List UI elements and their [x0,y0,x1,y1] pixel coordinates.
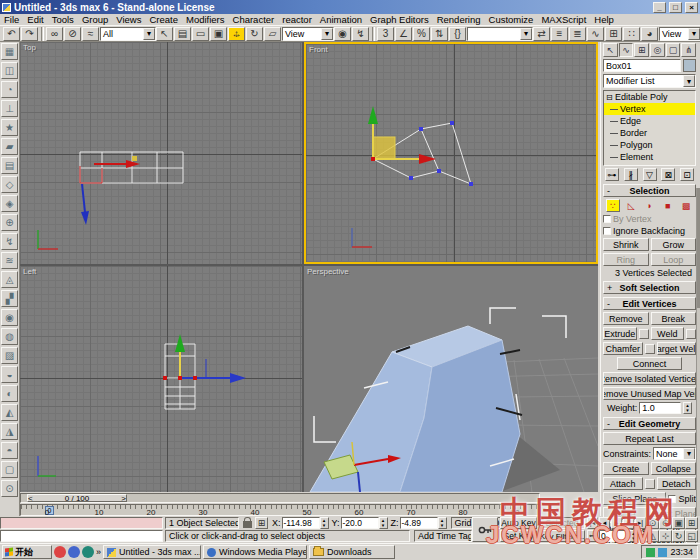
z-coordinate-field[interactable]: -4.89 [400,517,438,529]
tab-panel-tool-icon[interactable]: ◭ [1,404,18,421]
stack-item-edge[interactable]: Edge [604,115,695,127]
rollout-edit-vertices[interactable]: -Edit Vertices [603,297,696,310]
make-unique-icon[interactable]: ▽ [643,168,657,181]
set-key-button[interactable]: Set Key [500,530,537,542]
use-pivot-center-icon[interactable]: ◉ [334,27,351,41]
close-button[interactable]: × [685,2,698,13]
show-end-result-icon[interactable]: ∦ [624,168,638,181]
tray-icon[interactable] [646,548,655,557]
grow-button[interactable]: Grow [651,238,697,251]
go-to-end-icon[interactable]: ▸| [635,517,646,529]
tab-panel-tool-icon[interactable]: ⊙ [1,480,18,497]
modify-tab-icon[interactable]: ∿ [619,43,634,57]
key-mode-toggle-icon[interactable]: ⊶ [587,530,598,542]
chevron-down-icon[interactable]: ▾ [321,28,333,40]
tab-panel-tool-icon[interactable]: ◐ [1,385,18,402]
border-subobject-icon[interactable]: ◗ [643,199,657,212]
time-slider-handle[interactable]: < 0 / 100 > [27,494,127,502]
extrude-settings-button[interactable] [639,329,649,339]
tray-icon[interactable] [658,548,667,557]
tab-panel-tool-icon[interactable]: ▰ [1,138,18,155]
zoom-all-icon[interactable]: ⊛ [659,517,672,529]
spinner-snap-icon[interactable]: ⇅ [431,27,448,41]
menu-graph-editors[interactable]: Graph Editors [366,14,433,25]
select-object-icon[interactable]: ↖ [156,27,173,41]
remove-button[interactable]: Remove [603,312,649,325]
taskbar-button-downloads[interactable]: Downloads [309,545,395,559]
tree-collapse-icon[interactable]: ⊟ [606,93,615,102]
viewport-perspective[interactable]: Perspective [304,266,598,492]
menu-create[interactable]: Create [145,14,182,25]
rollout-edit-geometry[interactable]: -Edit Geometry [603,417,696,430]
chamfer-settings-button[interactable] [645,344,655,354]
tab-panel-tool-icon[interactable]: ◒ [1,366,18,383]
break-button[interactable]: Break [651,312,697,325]
menu-reactor[interactable]: reactor [278,14,316,25]
viewport-label-top[interactable]: Top [23,43,36,52]
tab-panel-tool-icon[interactable]: ⊥ [1,100,18,117]
select-and-manipulate-icon[interactable]: ↯ [352,27,369,41]
render-type-dropdown[interactable]: View ▾ [659,27,700,41]
align-icon[interactable]: ≡ [551,27,568,41]
target-weld-button[interactable]: Target Weld [657,342,697,355]
chamfer-button[interactable]: Chamfer [603,342,643,355]
create-button[interactable]: Create [603,462,649,475]
stack-item-vertex[interactable]: Vertex [604,103,695,115]
zoom-extents-icon[interactable]: ▣ [672,517,685,529]
utilities-tab-icon[interactable]: ⋔ [681,43,696,57]
tab-panel-tool-icon[interactable]: ◬ [1,271,18,288]
y-spinner[interactable]: ▴▾ [379,517,388,529]
x-spinner[interactable]: ▴▾ [320,517,329,529]
object-color-swatch[interactable] [683,59,696,72]
taskbar-button-media-player[interactable]: Windows Media Player [203,545,307,559]
collapse-button[interactable]: Collapse [651,462,697,475]
viewport-label-left[interactable]: Left [23,267,36,276]
quick-launch-icon[interactable] [82,546,94,558]
rollout-soft-selection[interactable]: +Soft Selection [603,281,696,294]
material-editor-icon[interactable]: ∷ [623,27,640,41]
set-keys-button[interactable] [472,517,498,542]
remove-isolated-vertices-button[interactable]: Remove Isolated Vertices [603,372,696,385]
time-slider[interactable]: < 0 / 100 > [20,493,540,503]
y-coordinate-field[interactable]: -20.0 [341,517,379,529]
named-selection-dropdown[interactable]: ▾ [467,27,533,41]
schematic-view-icon[interactable]: ⊞ [605,27,622,41]
select-by-name-icon[interactable]: ▤ [174,27,191,41]
render-scene-icon[interactable]: ◕ [641,27,658,41]
menu-rendering[interactable]: Rendering [433,14,485,25]
viewport-label-front[interactable]: Front [309,45,328,54]
maximize-button[interactable]: □ [669,2,682,13]
menu-file[interactable]: File [0,14,23,25]
attach-settings-button[interactable] [645,479,655,489]
modifier-list-dropdown[interactable]: Modifier List ▾ [603,74,696,88]
weld-settings-button[interactable] [686,329,696,339]
object-name-field[interactable]: Box01 [603,59,681,72]
viewport-left[interactable]: Left [20,266,302,492]
curve-editor-icon[interactable]: ∿ [587,27,604,41]
menu-group[interactable]: Group [78,14,112,25]
extrude-button[interactable]: Extrude [603,327,637,340]
weight-spinner[interactable]: ▴▾ [683,402,692,414]
mirror-icon[interactable]: ⇄ [533,27,550,41]
zoom-extents-all-icon[interactable]: ⊞ [685,517,698,529]
tab-panel-tool-icon[interactable]: ◍ [1,328,18,345]
maxscript-mini-listener-white[interactable] [0,530,163,542]
viewport-top[interactable]: Top [20,42,302,264]
minimize-button[interactable]: _ [653,2,666,13]
arc-rotate-icon[interactable]: ↻ [672,530,685,542]
unlink-selection-icon[interactable]: ⊘ [64,27,81,41]
edge-subobject-icon[interactable]: ◺ [624,199,638,212]
tab-panel-tool-icon[interactable]: ▨ [1,347,18,364]
frame-forward-arrow[interactable]: > [121,494,126,503]
pan-icon[interactable]: ⊹ [659,530,672,542]
x-coordinate-field[interactable]: -114.98 [282,517,320,529]
current-frame-field[interactable]: 0 [599,530,629,542]
snap-toggle-3d-icon[interactable]: 3 [377,27,394,41]
add-time-tag[interactable]: Add Time Tag [414,530,472,542]
configure-modifier-sets-icon[interactable]: ⊡ [680,168,694,181]
menu-animation[interactable]: Animation [316,14,366,25]
min-max-toggle-icon[interactable]: ◱ [685,530,698,542]
viewport-front[interactable]: Front [304,42,598,264]
tab-panel-tool-icon[interactable]: ◉ [1,309,18,326]
maxscript-mini-listener-pink[interactable] [0,517,163,529]
